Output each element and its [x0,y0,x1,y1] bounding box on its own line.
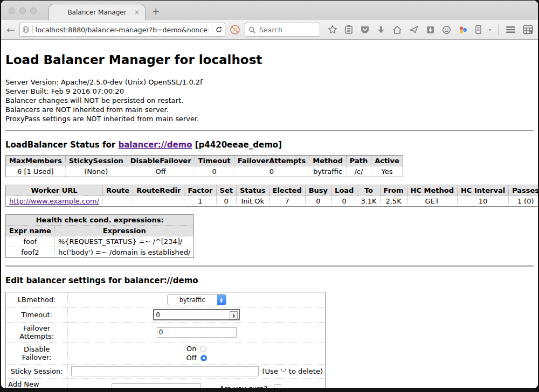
radio-on-label: On [186,344,196,353]
tab-title: Balancer Manager [67,9,126,16]
col-worker-url: Worker URL [6,185,103,196]
server-built-line: Server Built: Feb 9 2016 07:00:20 [5,87,534,96]
col-method: Method [309,156,346,166]
number-stepper-icon[interactable]: ▲▼ [230,311,238,319]
close-window-button[interactable] [9,8,15,14]
menu-hamburger-icon[interactable] [506,26,516,33]
downloads-icon[interactable] [377,25,385,34]
extension-colordots-icon[interactable] [458,25,468,34]
disable-failover-row: Disable Failover: On Off [6,342,326,365]
col-failoverattempts: FailoverAttempts [234,156,309,166]
proxypass-note-line: ProxyPass settings are NOT inherited fro… [5,114,534,123]
new-tab-button[interactable]: + [152,6,160,17]
timeout-label: Timeout: [6,307,68,323]
hc-row: foof %{REQUEST_STATUS} =~ /^[234]/ [6,236,194,247]
hc-row: foof2 hc('body') =~ /domain is establish… [6,247,194,258]
server-info: Server Version: Apache/2.5.0-dev (Unix) … [5,78,534,123]
add-worker-input[interactable] [112,383,201,389]
disable-failover-label: Disable Failover: [6,342,68,365]
add-worker-label: Add New Worker: [6,379,68,389]
col-active: Active [371,156,403,166]
close-tab-icon[interactable]: × [134,9,140,16]
script-blocked-icon[interactable] [230,24,240,35]
sticky-session-row: Sticky Session: (Use '-' to delete) [6,365,326,379]
sticky-session-label: Sticky Session: [6,365,68,379]
browser-window: Balancer Manager × + ← localhost:8880/ba… [1,1,538,388]
col-stickysession: StickySession [65,156,127,166]
home-icon[interactable] [392,25,402,34]
select-stepper-icon: ▲▼ [217,295,226,305]
bookmark-star-icon[interactable] [328,25,337,34]
add-worker-row: Add New Worker: Are you sure? [6,379,326,389]
hc-table-title: Health check cond. expressions: [6,215,194,226]
edit-settings-heading: Edit balancer settings for balancer://de… [5,276,534,285]
sticky-session-note: (Use '-' to delete) [262,367,323,375]
zoom-window-button[interactable] [30,8,37,14]
url-bar[interactable]: localhost:8880/balancer-manager?b=demo&n… [19,23,225,37]
status-heading-suffix: [p4420eeae_demo] [192,140,282,150]
worker-url-link[interactable]: http://www.example.com/ [9,197,99,205]
col-maxmembers: MaxMembers [6,156,66,166]
back-icon[interactable]: ← [6,25,15,35]
page-title: Load Balancer Manager for localhost [5,53,534,67]
toolbar-divider [498,24,499,35]
failover-attempts-input[interactable] [157,327,237,338]
nav-toolbar: ← localhost:8880/balancer-manager?b=demo… [1,20,538,40]
search-input[interactable] [258,25,309,34]
lbmethod-select[interactable]: bytraffic ▲▼ [167,294,226,305]
status-heading-prefix: LoadBalancer Status for [5,140,118,150]
chevron-down-icon[interactable]: ▾ [489,27,491,32]
container-tabs-icon[interactable] [475,25,482,34]
health-check-table: Health check cond. expressions: Expr nam… [5,214,194,258]
send-tab-icon[interactable] [409,25,419,34]
server-version-line: Server Version: Apache/2.5.0-dev (Unix) … [5,78,534,87]
worker-row: http://www.example.com/ 1 0 Init Ok 7 0 … [6,196,538,207]
search-bar[interactable] [245,23,320,37]
disable-failover-on-radio[interactable] [200,346,206,352]
urlbar-divider [32,25,33,34]
disable-failover-off-radio[interactable] [201,355,207,361]
confirm-checkbox[interactable] [274,384,281,388]
balancer-settings-form: LBmethod: bytraffic ▲▼ Timeout: ▲▼ [5,292,326,388]
col-timeout: Timeout [195,156,234,166]
table-header-row: Worker URL Route RouteRedir Factor Set S… [6,185,538,196]
tab-balancer-manager[interactable]: Balancer Manager × [49,4,146,20]
page-content: Load Balancer Manager for localhost Serv… [1,40,538,388]
col-expr-name: Expr name [6,226,55,236]
lbmethod-label: LBmethod: [6,292,68,307]
pocket-icon[interactable] [360,25,370,34]
balancer-status-table: MaxMembers StickySession DisableFailover… [5,155,403,177]
globe-icon [22,26,30,33]
table-header-row: Expr name Expression [6,226,194,236]
minimize-window-button[interactable] [19,8,26,14]
lbmethod-row: LBmethod: bytraffic ▲▼ [6,292,326,307]
tab-bar: Balancer Manager × + [1,1,538,20]
failover-attempts-label: Failover Attempts: [6,323,68,342]
window-controls [9,8,37,14]
radio-off-label: Off [186,353,197,362]
save-page-icon[interactable] [426,25,435,34]
worker-table: Worker URL Route RouteRedir Factor Set S… [5,185,538,207]
timeout-input[interactable] [153,309,240,320]
status-heading: LoadBalancer Status for balancer://demo … [5,140,534,150]
table-title-row: Health check cond. expressions: [6,215,194,226]
table-header-row: MaxMembers StickySession DisableFailover… [6,156,403,166]
reload-icon[interactable] [215,26,223,33]
sticky-session-input[interactable] [71,366,259,376]
persist-note-line: Balancer changes will NOT be persisted o… [5,96,534,105]
failover-attempts-row: Failover Attempts: [6,323,326,342]
url-text[interactable]: localhost:8880/balancer-manager?b=demo&n… [36,26,209,34]
col-path: Path [346,156,371,166]
balancer-demo-link[interactable]: balancer://demo [118,140,192,150]
urlbar-divider [212,25,212,34]
inherit-note-line: Balancers are NOT inherited from main se… [5,105,534,114]
col-disablefailover: DisableFailover [127,156,195,166]
lbmethod-selected-value: bytraffic [168,296,217,304]
timeout-row: Timeout: ▲▼ [6,307,326,323]
sidebar-grid-icon[interactable] [523,25,533,34]
confirm-label: Are you sure? [219,384,267,389]
table-row: 6 [1 Used] (None) Off 0 0 bytraffic /c/ … [6,166,403,177]
search-icon [248,26,255,33]
feedback-smiley-icon[interactable] [442,25,451,34]
reading-list-icon[interactable] [344,25,353,34]
